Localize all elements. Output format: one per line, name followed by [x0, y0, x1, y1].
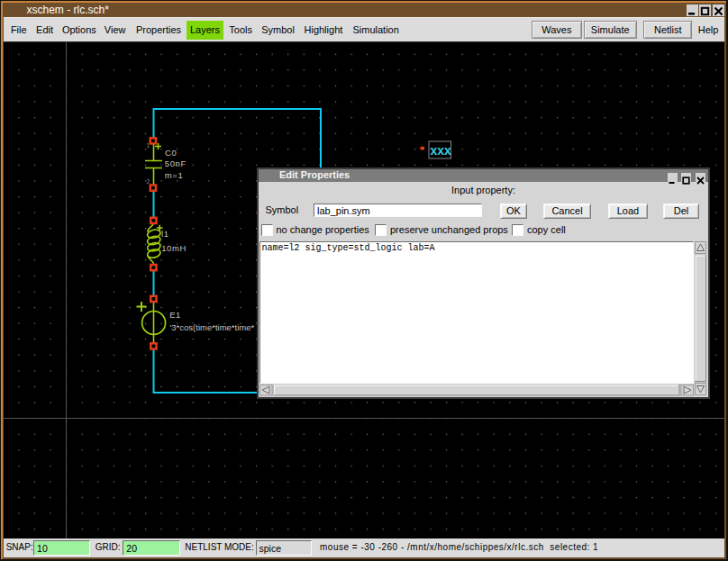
svg-text:xxx: xxx: [431, 143, 452, 158]
svg-text:'3*cos(time*time*time*: '3*cos(time*time*time*: [170, 322, 255, 332]
svg-text:m=1: m=1: [165, 170, 184, 180]
svg-text:50nF: 50nF: [165, 158, 187, 168]
svg-text:2: 2: [147, 178, 150, 185]
svg-text:C0: C0: [165, 148, 177, 158]
svg-text:E1: E1: [169, 310, 181, 320]
svg-text:l1: l1: [161, 229, 169, 239]
svg-text:10mH: 10mH: [161, 243, 187, 253]
svg-text:1: 1: [147, 142, 150, 149]
